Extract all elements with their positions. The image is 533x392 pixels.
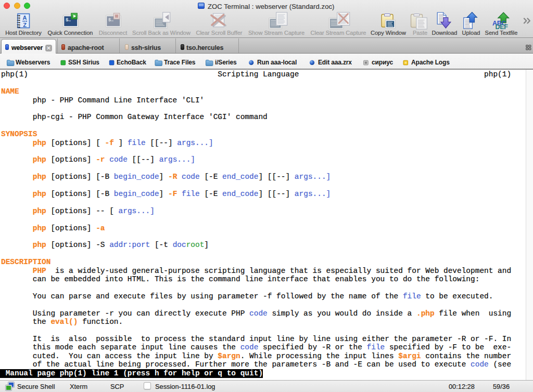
svg-text:Z: Z <box>23 22 27 28</box>
svg-text:$: $ <box>66 18 69 23</box>
svg-text:A: A <box>23 15 27 21</box>
svg-text:$: $ <box>108 18 111 23</box>
